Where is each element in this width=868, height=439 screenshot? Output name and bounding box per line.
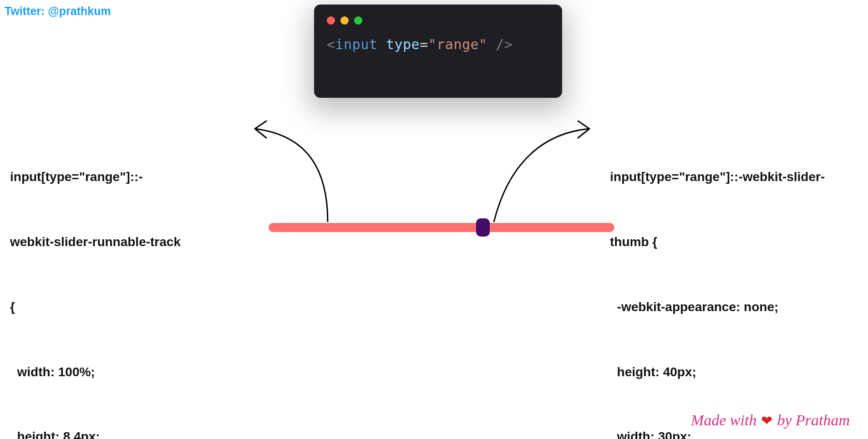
tag-name: input: [335, 36, 378, 52]
footer-prefix: Made with: [691, 412, 756, 429]
css-line: input[type="range"]::-webkit-slider-: [610, 166, 865, 188]
footer-credit: Made with ❤ by Pratham: [691, 412, 850, 429]
eq-sign: =: [420, 36, 428, 52]
css-line: width: 100%;: [10, 361, 206, 383]
slider-runnable-track: [269, 223, 614, 232]
attr-value: "range": [428, 36, 487, 52]
footer-suffix: by Pratham: [777, 412, 850, 429]
heart-icon: ❤: [761, 413, 772, 429]
slider-thumb[interactable]: [476, 218, 490, 237]
attr-name: type: [386, 36, 420, 52]
css-line: webkit-slider-runnable-track: [10, 231, 206, 253]
css-line: height: 8.4px;: [10, 426, 206, 439]
css-line: {: [10, 296, 206, 318]
angle-open: <: [327, 36, 335, 52]
code-snippet: <input type="range" />: [327, 36, 549, 52]
code-window: <input type="range" />: [314, 5, 562, 98]
css-track-block: input[type="range"]::- webkit-slider-run…: [10, 123, 206, 439]
minimize-dot-icon: [340, 16, 349, 25]
arrow-left-icon: [241, 117, 341, 227]
range-slider-demo[interactable]: [269, 218, 614, 237]
css-line: thumb {: [610, 231, 865, 253]
window-dots: [327, 16, 549, 25]
close-dot-icon: [327, 16, 335, 25]
arrow-right-icon: [485, 117, 603, 227]
self-close: />: [487, 36, 513, 52]
zoom-dot-icon: [354, 16, 362, 25]
css-line: input[type="range"]::-: [10, 166, 206, 188]
css-line: height: 40px;: [610, 361, 865, 383]
css-line: -webkit-appearance: none;: [610, 296, 865, 318]
twitter-handle: Twitter: @prathkum: [5, 5, 111, 18]
css-thumb-block: input[type="range"]::-webkit-slider- thu…: [610, 123, 865, 439]
